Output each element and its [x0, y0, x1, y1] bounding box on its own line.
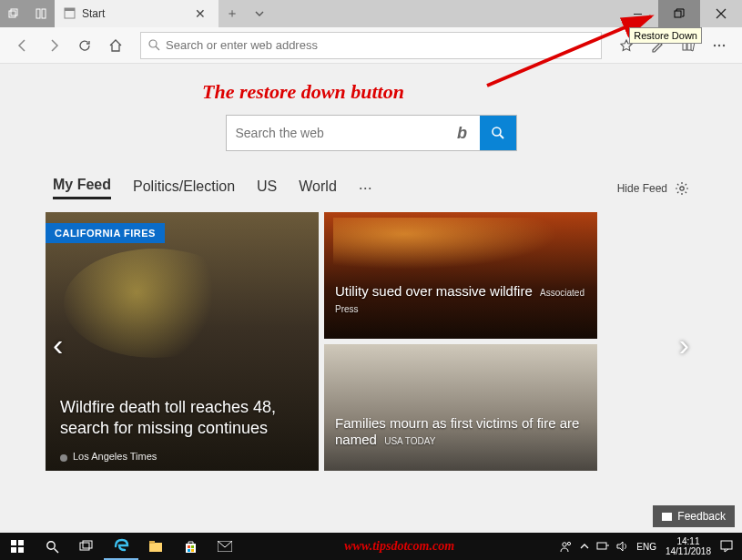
svg-rect-28 [83, 541, 92, 548]
feed-tab-us[interactable]: US [257, 178, 277, 199]
svg-rect-0 [9, 11, 15, 17]
news-tiles: ‹ CALIFORNIA FIRES Wildfire death toll r… [36, 212, 706, 476]
search-icon [148, 39, 160, 51]
home-button[interactable] [100, 30, 131, 61]
bing-logo-icon: b [445, 116, 480, 150]
taskbar-explorer-button[interactable] [138, 533, 173, 560]
news-headline: Wildfire death toll reaches 48, search f… [60, 397, 304, 438]
feed-tab-politics[interactable]: Politics/Election [133, 178, 235, 199]
feed-tab-more[interactable]: ··· [359, 178, 372, 198]
svg-point-10 [149, 40, 157, 47]
news-tile-secondary-2[interactable]: Families mourn as first victims of fire … [324, 344, 597, 471]
address-input[interactable] [166, 38, 594, 52]
svg-rect-22 [18, 540, 24, 545]
svg-rect-34 [188, 549, 190, 552]
people-icon[interactable] [560, 540, 573, 553]
source-dot-icon [60, 454, 67, 462]
new-tab-button[interactable]: ＋ [219, 0, 246, 27]
start-button[interactable] [0, 533, 35, 560]
feedback-label: Feedback [677, 510, 726, 523]
browser-tab[interactable]: Start ✕ [55, 0, 219, 27]
watermark-text: www.tipsdotcom.com [242, 539, 556, 554]
address-bar[interactable] [140, 32, 602, 59]
svg-rect-35 [191, 549, 194, 552]
svg-rect-29 [149, 543, 162, 552]
svg-rect-21 [11, 540, 16, 545]
svg-rect-7 [675, 11, 681, 17]
close-window-button[interactable] [700, 0, 742, 27]
taskbar-search-button[interactable] [35, 533, 69, 560]
system-tray: ENG 14:11 14/11/2018 [556, 536, 742, 556]
svg-rect-5 [65, 8, 75, 11]
web-search-input[interactable] [227, 116, 445, 150]
svg-rect-41 [721, 541, 732, 549]
more-button[interactable] [704, 30, 735, 61]
news-tile-main[interactable]: CALIFORNIA FIRES Wildfire death toll rea… [46, 212, 319, 471]
news-tile-secondary-1[interactable]: Utility sued over massive wildfire Assoc… [324, 212, 597, 339]
set-aside-tabs-button[interactable] [27, 0, 55, 27]
task-view-button[interactable] [69, 533, 104, 560]
svg-point-37 [563, 543, 566, 546]
carousel-prev-button[interactable]: ‹ [53, 327, 63, 362]
svg-rect-1 [11, 9, 17, 15]
svg-point-18 [493, 127, 501, 136]
minimize-button[interactable] [616, 0, 658, 27]
svg-point-14 [714, 44, 716, 46]
svg-point-25 [46, 541, 54, 548]
feedback-icon [662, 513, 672, 521]
web-search-button[interactable] [480, 116, 516, 150]
svg-rect-2 [36, 9, 40, 18]
svg-rect-24 [18, 547, 24, 553]
back-button[interactable] [7, 30, 38, 61]
svg-point-38 [568, 542, 571, 545]
svg-rect-30 [149, 541, 155, 544]
svg-point-16 [723, 44, 725, 46]
annotation-text: The restore down button [202, 80, 404, 104]
feed-settings-button[interactable] [675, 181, 689, 196]
svg-rect-31 [186, 544, 196, 553]
svg-rect-3 [42, 9, 46, 18]
feed-tab-my-feed[interactable]: My Feed [53, 177, 111, 199]
refresh-button[interactable] [69, 30, 100, 61]
title-bar: Start ✕ ＋ Restore Down [0, 0, 742, 27]
clock-time: 14:11 [666, 536, 711, 546]
svg-line-26 [54, 548, 58, 553]
tab-actions-button[interactable] [0, 0, 27, 27]
svg-rect-33 [191, 545, 194, 548]
svg-line-19 [500, 135, 503, 138]
svg-point-15 [718, 44, 720, 46]
feed-tab-world[interactable]: World [299, 178, 337, 199]
content-area: b My Feed Politics/Election US World ···… [0, 64, 742, 533]
tab-title: Start [82, 7, 191, 20]
svg-rect-32 [188, 545, 190, 548]
carousel-next-button[interactable]: › [679, 327, 689, 362]
forward-button[interactable] [38, 30, 69, 61]
svg-line-11 [156, 46, 159, 50]
tab-close-button[interactable]: ✕ [191, 6, 209, 21]
svg-rect-27 [80, 543, 89, 550]
news-headline: Utility sued over massive wildfire Assoc… [335, 283, 586, 318]
taskbar-store-button[interactable] [173, 533, 208, 560]
volume-icon[interactable] [616, 541, 629, 552]
tab-favicon-icon [64, 7, 76, 20]
tray-chevron-icon[interactable] [580, 542, 589, 551]
language-indicator[interactable]: ENG [636, 542, 656, 552]
network-icon[interactable] [596, 541, 609, 552]
news-headline: Families mourn as first victims of fire … [335, 415, 586, 450]
feedback-button[interactable]: Feedback [653, 505, 735, 527]
restore-down-button[interactable]: Restore Down [658, 0, 700, 27]
feed-nav: My Feed Politics/Election US World ··· H… [36, 177, 706, 199]
taskbar-clock[interactable]: 14:11 14/11/2018 [660, 536, 717, 556]
svg-rect-39 [597, 543, 606, 549]
hide-feed-link[interactable]: Hide Feed [617, 182, 667, 195]
action-center-icon[interactable] [720, 540, 733, 553]
clock-date: 14/11/2018 [666, 546, 711, 556]
web-search-box: b [226, 115, 517, 151]
taskbar: www.tipsdotcom.com ENG 14:11 14/11/2018 [0, 533, 742, 560]
news-source: Los Angeles Times [73, 451, 157, 462]
taskbar-mail-button[interactable] [208, 533, 242, 560]
tab-overflow-button[interactable] [246, 0, 273, 27]
restore-tooltip: Restore Down [629, 27, 702, 44]
news-badge: CALIFORNIA FIRES [46, 223, 165, 243]
taskbar-edge-button[interactable] [104, 533, 138, 560]
